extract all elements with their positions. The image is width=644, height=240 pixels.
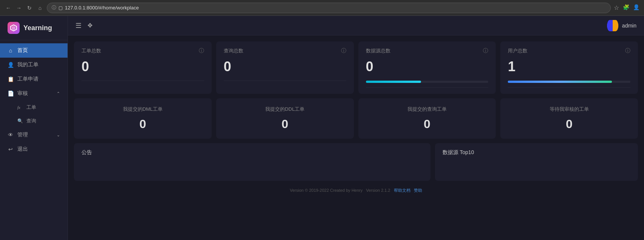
sidebar-item-submit-order[interactable]: 📋 工单申请	[0, 72, 68, 86]
sidebar-item-order-sub-label: 工单	[26, 104, 36, 111]
search-icon: 🔍	[17, 118, 23, 124]
summary-card-pending-title: 等待我审核的工单	[508, 106, 630, 113]
fx-icon: fx	[17, 105, 23, 110]
panel-datasource-top10-title: 数据源 Top10	[443, 149, 630, 156]
bottom-row: 公告 数据源 Top10	[74, 143, 638, 181]
users-progress-bg	[508, 81, 630, 83]
sidebar-item-query-sub[interactable]: 🔍 查询	[0, 114, 68, 128]
datasources-progress-bg	[366, 81, 489, 83]
security-icon: ⓘ	[52, 5, 56, 11]
browser-actions: ☆ 🧩 👤	[614, 4, 639, 11]
stat-card-orders-divider	[81, 81, 204, 81]
stat-card-queries-info[interactable]: ⓘ	[341, 47, 346, 54]
stat-card-queries-header: 查询总数 ⓘ	[224, 47, 346, 54]
browser-chrome: ← → ↻ ⌂ ⓘ ▢ 127.0.0.1:8000/#/home/workpl…	[0, 0, 644, 16]
audit-icon: 📄	[8, 90, 14, 96]
chevron-up-icon: ⌃	[57, 91, 60, 96]
sidebar-item-manage[interactable]: 👁 管理 ⌄	[0, 128, 68, 142]
summary-card-dml-title: 我提交的DML工单	[81, 106, 204, 113]
stat-card-queries: 查询总数 ⓘ 0	[216, 41, 354, 94]
top-bar-right: admin	[607, 20, 636, 31]
chevron-down-icon: ⌄	[57, 133, 60, 138]
summary-card-query: 我提交的查询工单 0	[358, 98, 496, 139]
sidebar-item-query-sub-label: 查询	[26, 118, 36, 124]
sidebar-item-logout-label: 退出	[17, 146, 60, 153]
sidebar-item-home[interactable]: ⌂ 首页	[0, 43, 68, 58]
stats-row: 工单总数 ⓘ 0 查询总数 ⓘ 0	[74, 41, 638, 94]
stat-card-datasources-value: 0	[366, 59, 489, 75]
sidebar-logo: Yearning	[0, 16, 68, 40]
stat-card-users-divider	[508, 87, 630, 88]
logo-text: Yearning	[23, 24, 52, 32]
stat-card-queries-title: 查询总数	[224, 47, 243, 54]
dashboard: 工单总数 ⓘ 0 查询总数 ⓘ 0	[68, 35, 644, 240]
sidebar-item-my-orders[interactable]: 👤 我的工单	[0, 58, 68, 72]
page-icon: ▢	[58, 5, 63, 11]
stat-card-datasources: 数据源总数 ⓘ 0	[358, 41, 496, 94]
clipboard-icon: 📋	[8, 76, 14, 82]
summary-card-pending: 等待我审核的工单 0	[500, 98, 638, 139]
bookmark-icon[interactable]: ☆	[614, 4, 619, 11]
menu-toggle-button[interactable]: ☰	[75, 21, 81, 30]
eye-icon: 👁	[8, 132, 14, 138]
sidebar-item-home-label: 首页	[17, 47, 60, 54]
stat-card-orders-info[interactable]: ⓘ	[199, 47, 204, 54]
forward-button[interactable]: →	[15, 4, 23, 12]
stat-card-users: 用户总数 ⓘ 1	[500, 41, 638, 94]
refresh-button[interactable]: ↻	[26, 4, 33, 12]
sidebar-item-my-orders-label: 我的工单	[17, 61, 60, 68]
stat-card-queries-divider	[224, 81, 346, 81]
svg-marker-1	[12, 26, 15, 30]
users-progress-fill	[508, 81, 612, 83]
summary-card-dml-value: 0	[81, 117, 204, 131]
stat-card-orders-header: 工单总数 ⓘ	[81, 47, 204, 54]
back-button[interactable]: ←	[5, 4, 12, 12]
datasources-progress-fill	[366, 81, 421, 83]
panel-announcement: 公告	[74, 143, 430, 181]
summary-card-ddl: 我提交的DDL工单 0	[216, 98, 354, 139]
summary-card-query-value: 0	[366, 117, 489, 131]
address-bar[interactable]: ⓘ ▢ 127.0.0.1:8000/#/home/workplace	[47, 3, 611, 13]
sidebar-item-order-sub[interactable]: fx 工单	[0, 101, 68, 114]
stat-card-datasources-info[interactable]: ⓘ	[483, 47, 488, 54]
user-icon: 👤	[8, 62, 14, 68]
top-bar-left: ☰ ✥	[75, 21, 92, 30]
sidebar-item-audit-label: 审核	[17, 90, 53, 97]
footer-sponsor-link[interactable]: 赞助	[414, 188, 422, 193]
panel-datasource-top10: 数据源 Top10	[435, 143, 638, 181]
top-bar: ☰ ✥ admin	[68, 16, 644, 35]
stat-card-orders: 工单总数 ⓘ 0	[74, 41, 212, 94]
sidebar-item-logout[interactable]: ↩ 退出	[0, 142, 68, 156]
users-progress-container	[508, 81, 630, 83]
logo-icon	[8, 22, 20, 34]
sidebar-item-audit[interactable]: 📄 审核 ⌃	[0, 86, 68, 101]
summary-card-ddl-title: 我提交的DDL工单	[224, 106, 346, 113]
stat-card-datasources-divider	[366, 87, 489, 88]
stat-card-users-info[interactable]: ⓘ	[625, 47, 630, 54]
summary-card-ddl-value: 0	[224, 117, 346, 131]
summary-row: 我提交的DML工单 0 我提交的DDL工单 0 我提交的查询工单 0 等待我审核…	[74, 98, 638, 139]
sidebar: Yearning ⌂ 首页 👤 我的工单 📋 工单申请 📄 审核 ⌃ fx	[0, 16, 68, 240]
sidebar-nav: ⌂ 首页 👤 我的工单 📋 工单申请 📄 审核 ⌃ fx 工单 🔍	[0, 40, 68, 240]
home-button[interactable]: ⌂	[36, 4, 44, 12]
stat-card-users-header: 用户总数 ⓘ	[508, 47, 630, 54]
stat-card-orders-value: 0	[81, 59, 204, 75]
stat-card-datasources-header: 数据源总数 ⓘ	[366, 47, 489, 54]
footer-help-link[interactable]: 帮助文档	[394, 188, 410, 193]
avatar	[607, 20, 618, 31]
expand-button[interactable]: ✥	[88, 22, 92, 29]
stat-card-orders-title: 工单总数	[81, 47, 101, 54]
panel-announcement-title: 公告	[81, 149, 423, 156]
url-text: 127.0.0.1:8000/#/home/workplace	[65, 5, 139, 11]
summary-card-pending-value: 0	[508, 117, 630, 131]
extensions-icon[interactable]: 🧩	[623, 4, 629, 11]
stat-card-datasources-title: 数据源总数	[366, 47, 390, 54]
sidebar-item-manage-label: 管理	[17, 131, 53, 138]
stat-card-users-title: 用户总数	[508, 47, 527, 54]
footer-text: Version © 2019-2022 Created by Henry Ver…	[290, 188, 392, 193]
user-name: admin	[622, 23, 636, 29]
datasources-progress-container	[366, 81, 489, 83]
stat-card-users-value: 1	[508, 59, 630, 75]
profile-icon[interactable]: 👤	[633, 4, 639, 11]
sidebar-item-submit-order-label: 工单申请	[17, 76, 60, 83]
